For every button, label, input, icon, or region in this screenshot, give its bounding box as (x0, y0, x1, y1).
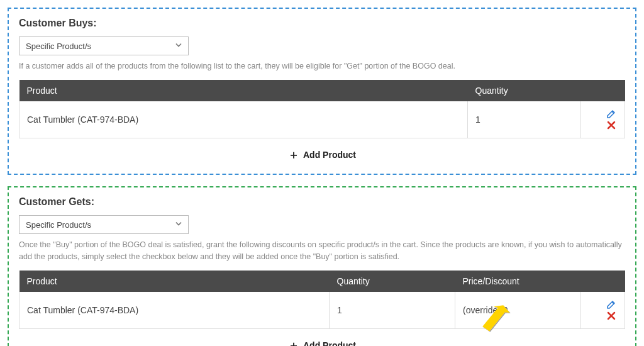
buys-type-select-value: Specific Product/s (26, 42, 91, 51)
table-row: Cat Tumbler (CAT-974-BDA) 1 (19, 101, 625, 138)
buys-type-select[interactable]: Specific Product/s (19, 36, 189, 55)
edit-icon[interactable] (606, 108, 617, 120)
buys-help-text: If a customer adds all of the products f… (19, 60, 625, 72)
gets-type-select-wrap: Specific Product/s (19, 215, 189, 234)
buys-add-row: ＋ Add Product (19, 145, 625, 162)
buys-row-product: Cat Tumbler (CAT-974-BDA) (19, 101, 468, 138)
customer-buys-panel: Customer Buys: Specific Product/s If a c… (8, 8, 636, 175)
add-product-button[interactable]: ＋ Add Product (284, 148, 360, 161)
gets-col-quantity: Quantity (330, 271, 455, 292)
panel-title: Customer Gets: (19, 196, 625, 208)
buys-row-actions (581, 101, 625, 138)
edit-icon[interactable] (606, 299, 617, 310)
buys-col-product: Product (19, 80, 468, 101)
panel-title: Customer Buys: (19, 18, 625, 29)
gets-col-actions (581, 271, 625, 292)
plus-icon: ＋ (288, 149, 299, 160)
delete-icon[interactable] (606, 120, 617, 131)
add-product-label: Add Product (303, 340, 356, 346)
gets-row-product: Cat Tumbler (CAT-974-BDA) (19, 292, 330, 329)
gets-col-product: Product (19, 271, 330, 292)
plus-icon: ＋ (288, 340, 299, 346)
delete-icon[interactable] (606, 310, 617, 321)
table-row: Cat Tumbler (CAT-974-BDA) 1 (override) 0 (19, 292, 625, 329)
buys-row-quantity: 1 (468, 101, 581, 138)
buys-product-table: Product Quantity Cat Tumbler (CAT-974-BD… (19, 80, 625, 139)
gets-help-text: Once the "Buy" portion of the BOGO deal … (19, 239, 625, 263)
add-product-button[interactable]: ＋ Add Product (284, 339, 360, 346)
gets-type-select-value: Specific Product/s (26, 220, 91, 230)
buys-col-quantity: Quantity (468, 80, 581, 101)
buys-type-select-wrap: Specific Product/s (19, 36, 189, 55)
gets-add-row: ＋ Add Product (19, 335, 625, 346)
gets-col-price: Price/Discount (455, 271, 581, 292)
customer-gets-panel: Customer Gets: Specific Product/s Once t… (8, 186, 636, 346)
gets-product-table: Product Quantity Price/Discount Cat Tumb… (19, 271, 625, 330)
add-product-label: Add Product (303, 150, 356, 160)
gets-row-actions (581, 292, 625, 329)
gets-row-quantity: 1 (330, 292, 455, 329)
buys-col-actions (581, 80, 625, 101)
gets-type-select[interactable]: Specific Product/s (19, 215, 189, 234)
gets-row-price: (override) 0 (455, 292, 581, 329)
